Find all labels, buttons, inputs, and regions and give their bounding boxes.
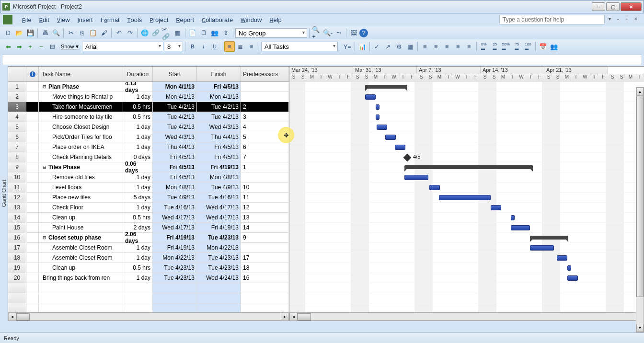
copy-picture-button[interactable]: 🖼 [348, 28, 359, 38]
row-number[interactable]: 3 [8, 102, 26, 112]
row-number[interactable] [8, 293, 26, 303]
help-dropdown-icon[interactable]: ▾ [609, 16, 615, 23]
duration-cell[interactable]: 1 day [123, 273, 153, 283]
info-cell[interactable] [26, 172, 39, 182]
row-number[interactable]: 4 [8, 112, 26, 122]
menu-edit[interactable]: Edit [35, 15, 53, 25]
publish-button[interactable]: ⇪ [220, 28, 231, 38]
info-cell[interactable] [26, 102, 39, 112]
task-name-cell[interactable]: Check Floor [39, 203, 123, 212]
predecessors-cell[interactable]: 16 [241, 273, 289, 283]
predecessors-cell[interactable]: 7 [241, 152, 289, 162]
open-button[interactable]: 📂 [14, 28, 24, 38]
task-name-cell[interactable]: ⊟Closet setup phase [39, 233, 123, 242]
finish-cell[interactable]: Wed 4/17/13 [197, 213, 241, 222]
start-cell[interactable]: Mon 4/8/13 [153, 183, 197, 192]
font-size-combo[interactable]: 8 [164, 42, 183, 51]
start-cell[interactable]: Mon 4/1/13 [153, 82, 197, 91]
print-preview-button[interactable]: 🔍 [51, 28, 61, 38]
duration-cell[interactable]: 1 day [123, 92, 153, 102]
predecessors-cell[interactable]: 2 [241, 102, 289, 112]
table-row[interactable]: 9⊟Tiles Phase0.06 daysFri 4/5/13Fri 4/19… [8, 162, 289, 172]
maximize-button[interactable]: ▢ [606, 2, 620, 11]
task-name-cell[interactable]: Check Planning Details [39, 152, 123, 162]
info-cell[interactable] [26, 263, 39, 273]
table-row[interactable]: 5Choose Closet Design1 dayTue 4/2/13Wed … [8, 122, 289, 132]
table-row[interactable] [8, 283, 289, 293]
task-bar[interactable] [511, 225, 530, 230]
scroll-left-icon[interactable]: ◄ [8, 313, 16, 321]
duration-cell[interactable]: 1 day [123, 203, 153, 212]
duration-cell[interactable]: 1 day [123, 132, 153, 142]
duration-cell[interactable]: 1 day [123, 183, 153, 192]
start-cell[interactable]: Wed 4/17/13 [153, 223, 197, 232]
group-by-combo[interactable]: No Group [235, 28, 307, 38]
start-cell[interactable]: Fri 4/19/13 [153, 233, 197, 242]
align-center-button[interactable]: ≣ [235, 41, 246, 52]
duration-cell[interactable]: 0.5 hrs [123, 213, 153, 222]
hide-subtasks-button[interactable]: − [36, 41, 46, 52]
task-notes-button[interactable]: 🗒 [198, 28, 209, 38]
table-row[interactable] [8, 303, 289, 312]
gantt-row[interactable] [289, 82, 644, 92]
predecessors-header[interactable]: Predecessors [241, 67, 289, 81]
task-name-cell[interactable]: Pick/Order Tiles for floo [39, 132, 123, 142]
predecessors-cell[interactable]: 11 [241, 193, 289, 202]
gantt-scroll-thumb[interactable] [298, 313, 311, 320]
finish-cell[interactable]: Fri 4/19/13 [197, 223, 241, 232]
scroll-right-icon[interactable]: ► [281, 313, 289, 321]
pct-100-button[interactable]: ≡ [464, 41, 474, 52]
table-row[interactable]: 20Bring things back from ren1 dayTue 4/2… [8, 273, 289, 283]
start-cell[interactable]: Wed 4/17/13 [153, 213, 197, 222]
progress-25-icon[interactable]: 25▬ [490, 41, 500, 52]
gantt-body[interactable]: 4/5 [289, 82, 644, 312]
duration-cell[interactable]: 0.5 hrs [123, 112, 153, 122]
table-row[interactable]: 18Assemble Closet Room1 dayMon 4/22/13Tu… [8, 253, 289, 263]
info-cell[interactable] [26, 273, 39, 283]
start-cell[interactable]: Mon 4/1/13 [153, 92, 197, 102]
save-button[interactable]: 💾 [25, 28, 35, 38]
help-search-input[interactable] [499, 15, 605, 24]
row-number[interactable]: 19 [8, 263, 26, 273]
finish-cell[interactable]: Tue 4/23/13 [197, 253, 241, 263]
track1-button[interactable]: ✓ [372, 41, 382, 52]
v-scroll-thumb[interactable] [636, 96, 644, 297]
predecessors-cell[interactable] [241, 82, 289, 91]
table-h-scrollbar[interactable]: ◄ ► [8, 312, 289, 320]
predecessors-cell[interactable]: 13 [241, 213, 289, 222]
scroll-down-icon[interactable]: ▼ [636, 324, 644, 332]
format-painter-button[interactable]: 🖌 [99, 28, 109, 38]
track2-button[interactable]: ↗ [383, 41, 393, 52]
info-cell[interactable] [26, 92, 39, 102]
gantt-wizard-button[interactable]: 📊 [357, 41, 368, 52]
row-number[interactable]: 12 [8, 193, 26, 202]
predecessors-cell[interactable]: 14 [241, 223, 289, 232]
info-cell[interactable] [26, 213, 39, 222]
menu-format[interactable]: Format [97, 15, 124, 25]
row-number[interactable]: 15 [8, 223, 26, 232]
row-number[interactable]: 1 [8, 82, 26, 91]
table-row[interactable]: 14Clean up0.5 hrsWed 4/17/13Wed 4/17/131… [8, 213, 289, 223]
task-bar[interactable] [429, 185, 440, 190]
gantt-row[interactable] [289, 132, 644, 142]
gantt-h-scrollbar[interactable]: ◄ ► [289, 312, 644, 320]
predecessors-cell[interactable] [241, 172, 289, 182]
row-number[interactable]: 2 [8, 92, 26, 102]
start-cell[interactable]: Wed 4/3/13 [153, 132, 197, 142]
milestone-marker[interactable] [403, 154, 412, 162]
progress-50-icon[interactable]: 50%▬ [501, 41, 511, 52]
task-name-cell[interactable]: ⊟Tiles Phase [39, 162, 123, 172]
task-bar[interactable] [365, 94, 376, 100]
finish-cell[interactable]: Mon 4/8/13 [197, 172, 241, 182]
bold-button[interactable]: B [187, 41, 198, 52]
task-bar[interactable] [395, 145, 405, 150]
task-name-cell[interactable]: Level floors [39, 183, 123, 192]
info-cell[interactable] [26, 193, 39, 202]
goto-task-button[interactable]: ⤳ [334, 28, 344, 38]
undo-button[interactable]: ↶ [114, 28, 124, 38]
info-cell[interactable] [26, 122, 39, 132]
start-cell[interactable]: Fri 4/5/13 [153, 152, 197, 162]
table-row[interactable]: 4Hire someone to lay tile0.5 hrsTue 4/2/… [8, 112, 289, 122]
task-bar[interactable] [376, 114, 380, 120]
menu-file[interactable]: File [18, 15, 35, 25]
